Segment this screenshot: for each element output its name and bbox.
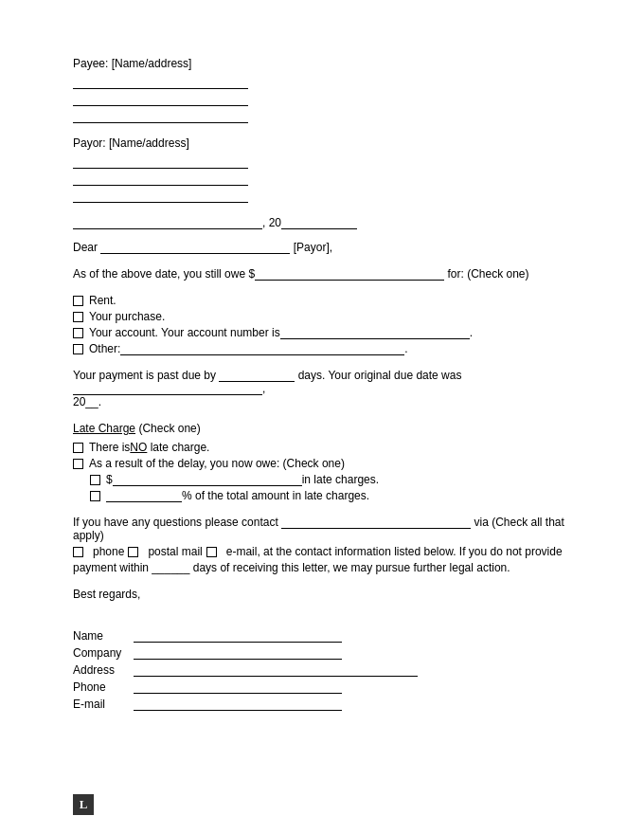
regards-section: Best regards, — [73, 588, 571, 601]
past-due-section: Your payment is past due by days. Your o… — [73, 369, 571, 408]
checkbox-email-contact[interactable] — [206, 547, 217, 557]
name-field — [100, 241, 290, 254]
payee-line-2 — [73, 93, 248, 106]
days-field — [219, 369, 295, 382]
payor-address — [73, 155, 571, 203]
checkbox-late-percent[interactable] — [90, 491, 100, 501]
past-due-year: 20__. — [73, 395, 101, 408]
contact-email-label: e-mail, at the contact information liste… — [226, 545, 563, 558]
owe-section: As of the above date, you still owe $ fo… — [73, 267, 571, 281]
salutation-section: Dear [Payor], — [73, 241, 571, 254]
sig-email-label: E-mail — [73, 698, 130, 711]
checkbox-rent[interactable] — [73, 296, 83, 306]
late-charge-section: Late Charge (Check one) There is NO late… — [73, 422, 571, 502]
sig-name-field — [134, 629, 342, 643]
contact-name-field — [281, 516, 471, 529]
reason-account-label: Your account. Your account number is — [89, 326, 280, 339]
late-dollar-item: $in late charges. — [90, 473, 571, 486]
due-date-field — [73, 382, 262, 395]
reason-rent: Rent. — [73, 294, 571, 307]
sig-company-label: Company — [73, 646, 130, 660]
reason-other: Other: . — [73, 342, 571, 355]
payor-bracket: [Payor], — [294, 241, 332, 254]
payee-label: Payee: [Name/address] — [73, 57, 571, 70]
payor-line-2 — [73, 172, 248, 186]
owe-text: As of the above date, you still owe $ — [73, 267, 255, 281]
signature-block: Name Company Address Phone E-mail — [73, 629, 571, 711]
checkbox-phone[interactable] — [73, 547, 83, 557]
delay-text: As a result of the delay, you now owe: (… — [89, 457, 345, 470]
no-late-text: NO — [130, 441, 147, 454]
late-dollar-text: in late charges. — [302, 473, 379, 486]
no-late-charge-item: There is NO late charge. — [73, 441, 571, 454]
contact-phone-label: phone — [93, 545, 124, 558]
regards-text: Best regards, — [73, 588, 140, 601]
late-percent-text: % of the total amount in late charges. — [182, 489, 369, 502]
checkbox-purchase[interactable] — [73, 312, 83, 322]
late-percent-field — [106, 489, 182, 502]
contact-line: If you have any questions please contact… — [73, 516, 571, 542]
delay-item: As a result of the delay, you now owe: (… — [73, 457, 571, 470]
checkbox-late-dollar[interactable] — [90, 475, 100, 485]
dollar-sign: $ — [106, 473, 113, 486]
logo-icon: L — [73, 794, 94, 815]
year-field — [281, 216, 357, 229]
account-number-field — [280, 326, 470, 339]
sig-name-line: Name — [73, 629, 571, 643]
reason-purchase: Your purchase. — [73, 310, 571, 323]
no-late-charge-text3: late charge. — [147, 441, 209, 454]
past-due-comma: , — [262, 382, 265, 395]
late-charge-header-line: Late Charge (Check one) — [73, 422, 571, 435]
late-dollar-field — [113, 473, 302, 486]
contact-postal-label: postal mail — [148, 545, 202, 558]
reason-account: Your account. Your account number is . — [73, 326, 571, 339]
reason-list: Rent. Your purchase. Your account. Your … — [73, 294, 571, 355]
checkbox-postal[interactable] — [128, 547, 138, 557]
late-charge-sub-text: (Check one) — [138, 422, 200, 435]
logo-text: L — [80, 797, 88, 812]
payee-address — [73, 76, 571, 123]
contact-text1: If you have any questions please contact — [73, 516, 278, 529]
payee-line-3 — [73, 110, 248, 123]
other-period: . — [404, 342, 407, 355]
sig-address-label: Address — [73, 663, 130, 677]
sig-company-line: Company — [73, 646, 571, 660]
amount-field — [255, 267, 444, 281]
contact-section: If you have any questions please contact… — [73, 516, 571, 574]
sig-phone-field — [134, 680, 342, 694]
sig-address-field — [134, 663, 418, 677]
date-field — [73, 216, 262, 229]
checkbox-no-late-charge[interactable] — [73, 443, 83, 453]
date-section: , 20 — [73, 216, 571, 229]
reason-purchase-label: Your purchase. — [89, 310, 165, 323]
checkbox-other[interactable] — [73, 344, 83, 354]
no-late-charge-text1: There is — [89, 441, 130, 454]
past-due-text2: days. Your original due date was — [295, 369, 461, 382]
payor-section: Payor: [Name/address] — [73, 136, 571, 203]
payee-line-1 — [73, 76, 248, 89]
payor-line-1 — [73, 155, 248, 169]
account-period: . — [470, 326, 473, 339]
document-page: Payee: [Name/address] Payor: [Name/addre… — [0, 0, 644, 771]
payor-label: Payor: [Name/address] — [73, 136, 571, 150]
payee-section: Payee: [Name/address] — [73, 57, 571, 123]
late-percent-item: % of the total amount in late charges. — [90, 489, 571, 502]
sig-email-field — [134, 698, 342, 711]
footer-logo: L — [73, 794, 94, 815]
sig-company-field — [134, 646, 342, 660]
checkbox-delay[interactable] — [73, 459, 83, 469]
dear-text: Dear — [73, 241, 98, 254]
date-comma: , 20 — [262, 216, 281, 229]
owe-text2: for: (Check one) — [444, 267, 528, 281]
late-charge-header-text: Late Charge — [73, 422, 135, 435]
contact-line3: payment within ______ days of receiving … — [73, 561, 571, 574]
past-due-text: Your payment is past due by — [73, 369, 219, 382]
payor-line-3 — [73, 190, 248, 203]
reason-rent-label: Rent. — [89, 294, 116, 307]
sig-phone-label: Phone — [73, 680, 130, 694]
sig-address-line: Address — [73, 663, 571, 677]
checkbox-account[interactable] — [73, 328, 83, 338]
sig-phone-line: Phone — [73, 680, 571, 694]
sig-email-line: E-mail — [73, 698, 571, 711]
reason-other-label: Other: — [89, 342, 120, 355]
